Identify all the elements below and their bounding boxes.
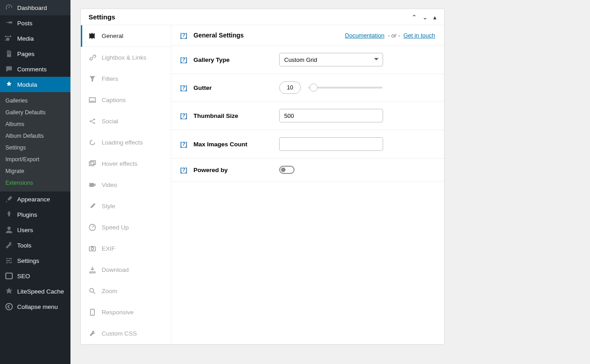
social-icon [89,117,96,125]
zoom-icon [89,287,96,295]
tab-video[interactable]: Video [81,174,171,196]
tab-custom-css[interactable]: Custom CSS [81,323,171,344]
collapse-icon [5,303,13,311]
comments-icon [5,65,13,73]
documentation-link[interactable]: Documentation [345,32,384,39]
sidebar-item-dashboard[interactable]: Dashboard [0,0,70,15]
sidebar-item-appearance[interactable]: Appearance [0,191,70,207]
sidebar-item-tools[interactable]: Tools [0,238,70,253]
sidebar-item-seo[interactable]: SEO [0,268,70,284]
sidebar-item-modula[interactable]: Modula [0,77,70,92]
submenu-item-import-export[interactable]: Import/Export [0,154,70,165]
tab-loading-effects[interactable]: Loading effects [81,132,171,153]
get-in-touch-link[interactable]: Get in touch [403,32,435,39]
tab-speed-up[interactable]: Speed Up [81,217,171,238]
postbox-header: Settings ⌃ ⌄ ▴ [81,9,444,25]
sidebar-item-label: Appearance [17,196,50,203]
tab-responsive[interactable]: Responsive [81,302,171,323]
sidebar-item-label: Modula [17,81,37,88]
link-icon [89,54,96,61]
thumbnail-size-input[interactable] [279,109,383,122]
help-icon[interactable]: [?] [180,112,187,119]
sidebar-item-plugins[interactable]: Plugins [0,207,70,222]
tab-label: Hover effects [102,160,137,167]
modula-submenu: GalleriesGallery DefaultsAlbumsAlbum Def… [0,92,70,191]
sidebar-item-posts[interactable]: Posts [0,15,70,31]
plug-icon [5,210,13,219]
field-label: Gutter [193,84,212,91]
sidebar-item-collapse-menu[interactable]: Collapse menu [0,299,70,314]
tab-label: Custom CSS [102,330,137,337]
toggle-collapse-icon[interactable]: ▴ [433,14,436,21]
tab-lightbox-links[interactable]: Lightbox & Links [81,47,171,68]
sidebar-item-label: Media [17,35,34,42]
field-label: Powered by [193,167,228,173]
help-icon[interactable]: [?] [180,141,187,148]
tab-label: Lightbox & Links [102,54,146,61]
settings-postbox: Settings ⌃ ⌄ ▴ GeneralLightbox & LinksFi… [80,9,445,345]
pages-icon [5,50,13,58]
field-gallery-type: [?] Gallery Type Custom Grid [171,46,444,74]
powered-by-toggle[interactable] [279,166,295,174]
field-label: Thumbnail Size [193,112,238,119]
gutter-number-input[interactable] [279,81,301,94]
tab-label: Download [102,266,129,273]
submenu-item-migrate[interactable]: Migrate [0,165,70,177]
svg-point-14 [91,247,94,250]
sidebar-item-media[interactable]: Media [0,31,70,46]
tab-hover-effects[interactable]: Hover effects [81,153,171,174]
svg-rect-10 [91,161,95,165]
caption-icon [89,96,96,104]
tab-label: Captions [102,97,126,103]
tab-style[interactable]: Style [81,196,171,217]
tab-label: Responsive [102,309,134,316]
max-images-input[interactable] [279,137,383,151]
modula-icon [5,80,13,89]
submenu-item-albums[interactable]: Albums [0,118,70,130]
move-down-icon[interactable]: ⌄ [422,14,428,21]
tab-label: Social [102,118,118,125]
tab-social[interactable]: Social [81,111,171,132]
sidebar-item-litespeed-cache[interactable]: LiteSpeed Cache [0,284,70,299]
field-gutter: [?] Gutter [171,74,444,102]
help-icon[interactable]: [?] [180,167,187,173]
help-icon[interactable]: [?] [180,56,187,63]
svg-point-3 [6,303,12,310]
tab-filters[interactable]: Filters [81,68,171,89]
submenu-item-settings[interactable]: Settings [0,142,70,154]
sidebar-item-label: Collapse menu [17,303,58,310]
tab-general[interactable]: General [81,25,171,47]
tab-download[interactable]: Download [81,259,171,280]
section-title: General Settings [193,32,243,39]
sidebar-item-settings[interactable]: Settings [0,253,70,268]
tab-label: Filters [102,75,118,82]
svg-point-18 [92,314,93,315]
sidebar-item-users[interactable]: Users [0,222,70,238]
gear-icon [89,32,96,40]
exif-icon [89,245,96,252]
submenu-item-galleries[interactable]: Galleries [0,95,70,107]
submenu-item-gallery-defaults[interactable]: Gallery Defaults [0,107,70,118]
postbox-body: GeneralLightbox & LinksFiltersCaptionsSo… [81,25,444,344]
gallery-type-select[interactable]: Custom Grid [279,53,383,66]
slider-thumb[interactable] [309,84,318,92]
svg-point-0 [6,37,9,41]
help-icon[interactable]: [?] [180,32,187,39]
submenu-item-album-defaults[interactable]: Album Defaults [0,130,70,142]
sidebar-item-pages[interactable]: Pages [0,46,70,61]
submenu-item-extensions[interactable]: Extensions [0,177,70,189]
tab-label: EXIF [102,245,115,252]
tab-exif[interactable]: EXIF [81,238,171,259]
sidebar-item-label: Comments [17,66,47,73]
tab-zoom[interactable]: Zoom [81,280,171,302]
gutter-slider[interactable] [308,87,383,89]
sliders-icon [5,257,13,265]
move-up-icon[interactable]: ⌃ [412,14,417,21]
help-icon[interactable]: [?] [180,84,187,91]
svg-point-6 [90,121,91,122]
sidebar-item-comments[interactable]: Comments [0,61,70,77]
tab-captions[interactable]: Captions [81,89,171,111]
sidebar-item-label: LiteSpeed Cache [17,288,64,295]
postbox-header-actions: ⌃ ⌄ ▴ [412,14,436,21]
loading-icon [89,139,96,146]
